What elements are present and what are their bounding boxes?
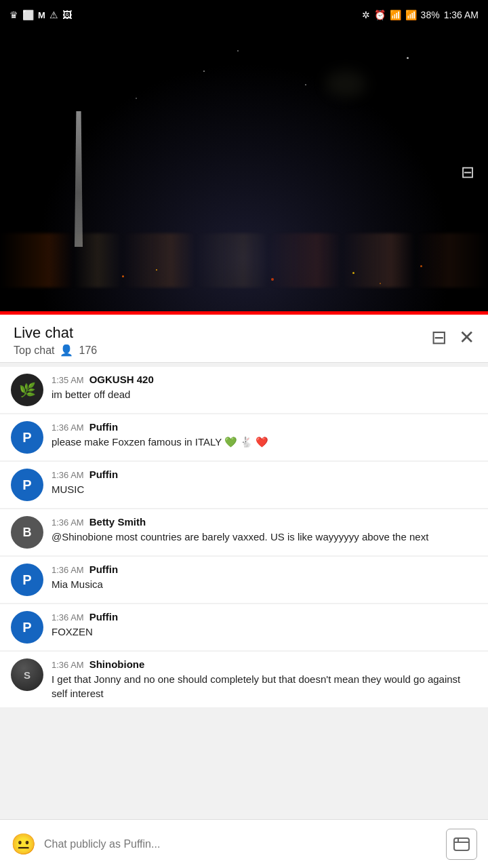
- clock: 1:36 AM: [444, 9, 479, 20]
- message-content: 1:36 AM Betty Smith @Shinobione most cou…: [52, 516, 477, 544]
- message-author: Betty Smith: [89, 516, 146, 528]
- chat-header-left: Live chat Top chat 👤 176: [14, 324, 97, 357]
- city-lights: [0, 233, 488, 288]
- chat-message: S 1:36 AM Shinobione I get that Jonny an…: [0, 652, 488, 707]
- message-author: Puffin: [89, 469, 119, 480]
- message-text: @Shinobione most countries are barely va…: [52, 530, 477, 544]
- city-light: [122, 275, 124, 277]
- video-player[interactable]: ⊟: [0, 30, 488, 315]
- filter-button[interactable]: ⊟: [431, 328, 447, 347]
- chat-message: P 1:36 AM Puffin please make Foxzen famo…: [0, 414, 488, 460]
- star: [237, 50, 239, 52]
- input-spacer: [0, 709, 488, 763]
- live-chat-title: Live chat: [14, 324, 97, 342]
- chat-header-subtitle: Top chat 👤 176: [14, 344, 97, 357]
- battery-level: 38%: [421, 9, 440, 20]
- city-light: [420, 265, 422, 267]
- avatar: P: [11, 564, 43, 596]
- city-light: [352, 272, 354, 274]
- monument: [75, 111, 83, 247]
- wifi-icon: 📶: [390, 9, 401, 20]
- star: [407, 57, 409, 59]
- m-icon: M: [38, 10, 45, 20]
- send-icon: [453, 837, 470, 852]
- chat-messages-list: 🌿 1:35 AM OGKUSH 420 im better off dead …: [0, 363, 488, 767]
- bluetooth-icon: ✲: [362, 9, 370, 20]
- warning-icon: ⚠: [49, 9, 58, 20]
- star: [136, 98, 137, 99]
- message-content: 1:36 AM Puffin FOXZEN: [52, 611, 477, 639]
- close-button[interactable]: ✕: [459, 328, 474, 347]
- chat-message: P 1:36 AM Puffin MUSIC: [0, 462, 488, 508]
- message-author: OGKUSH 420: [89, 374, 154, 385]
- star: [203, 71, 205, 72]
- city-light: [271, 278, 274, 281]
- message-time: 1:36 AM: [52, 470, 84, 480]
- chat-header-actions: ⊟ ✕: [431, 324, 474, 347]
- message-text: FOXZEN: [52, 625, 477, 639]
- avatar: P: [11, 611, 43, 644]
- avatar: P: [11, 469, 43, 501]
- status-right-icons: ✲ ⏰ 📶 📶 38% 1:36 AM: [362, 9, 479, 20]
- chat-input-bar: 😐: [0, 819, 488, 868]
- city-light: [156, 269, 157, 271]
- message-meta: 1:36 AM Betty Smith: [52, 516, 477, 528]
- message-time: 1:35 AM: [52, 375, 84, 385]
- message-time: 1:36 AM: [52, 612, 84, 623]
- settings-icon[interactable]: ⊟: [461, 163, 474, 182]
- svg-rect-0: [454, 838, 469, 850]
- message-meta: 1:35 AM OGKUSH 420: [52, 374, 477, 385]
- message-content: 1:35 AM OGKUSH 420 im better off dead: [52, 374, 477, 401]
- message-text: im better off dead: [52, 387, 477, 401]
- message-time: 1:36 AM: [52, 422, 84, 433]
- chat-message: 🌿 1:35 AM OGKUSH 420 im better off dead: [0, 367, 488, 413]
- message-text: I get that Jonny and no one should compl…: [52, 672, 477, 701]
- message-meta: 1:36 AM Puffin: [52, 421, 477, 433]
- message-meta: 1:36 AM Shinobione: [52, 658, 477, 670]
- chat-input-field[interactable]: [44, 838, 438, 850]
- send-button[interactable]: [446, 829, 477, 860]
- star: [305, 84, 306, 85]
- video-background: ⊟: [0, 30, 488, 315]
- message-content: 1:36 AM Shinobione I get that Jonny and …: [52, 658, 477, 701]
- message-author: Puffin: [89, 564, 119, 575]
- message-content: 1:36 AM Puffin MUSIC: [52, 469, 477, 496]
- avatar: S: [11, 658, 43, 691]
- crown-icon: ♛: [9, 9, 18, 20]
- viewer-count: 176: [79, 344, 97, 357]
- chat-message: P 1:36 AM Puffin FOXZEN: [0, 604, 488, 650]
- image-icon: 🖼: [62, 9, 72, 20]
- message-text: please make Foxzen famous in ITALY 💚 🐇 ❤…: [52, 435, 477, 449]
- city-light: [380, 283, 381, 284]
- chat-header: Live chat Top chat 👤 176 ⊟ ✕: [0, 315, 488, 363]
- alarm-icon: ⏰: [374, 9, 386, 20]
- message-text: MUSIC: [52, 482, 477, 496]
- message-meta: 1:36 AM Puffin: [52, 611, 477, 623]
- message-content: 1:36 AM Puffin Mia Musica: [52, 564, 477, 591]
- message-time: 1:36 AM: [52, 517, 84, 528]
- message-time: 1:36 AM: [52, 565, 84, 575]
- moon-glow: [325, 71, 366, 98]
- top-chat-label: Top chat: [14, 344, 54, 357]
- progress-bar[interactable]: [0, 311, 488, 315]
- message-text: Mia Musica: [52, 577, 477, 591]
- message-content: 1:36 AM Puffin please make Foxzen famous…: [52, 421, 477, 449]
- status-left-icons: ♛ ⬜ M ⚠ 🖼: [9, 9, 72, 20]
- chat-message: B 1:36 AM Betty Smith @Shinobione most c…: [0, 509, 488, 555]
- avatar: B: [11, 516, 43, 549]
- signal-icon: 📶: [405, 9, 417, 20]
- message-time: 1:36 AM: [52, 660, 84, 670]
- folder-icon: ⬜: [22, 9, 34, 20]
- message-meta: 1:36 AM Puffin: [52, 564, 477, 575]
- emoji-button[interactable]: 😐: [11, 832, 36, 856]
- avatar: 🌿: [11, 374, 43, 406]
- viewer-icon: 👤: [60, 344, 73, 357]
- message-meta: 1:36 AM Puffin: [52, 469, 477, 480]
- message-author: Shinobione: [89, 658, 145, 670]
- avatar: P: [11, 421, 43, 454]
- message-author: Puffin: [89, 421, 119, 433]
- message-author: Puffin: [89, 611, 119, 623]
- status-bar: ♛ ⬜ M ⚠ 🖼 ✲ ⏰ 📶 📶 38% 1:36 AM: [0, 0, 488, 30]
- chat-message: P 1:36 AM Puffin Mia Musica: [0, 557, 488, 603]
